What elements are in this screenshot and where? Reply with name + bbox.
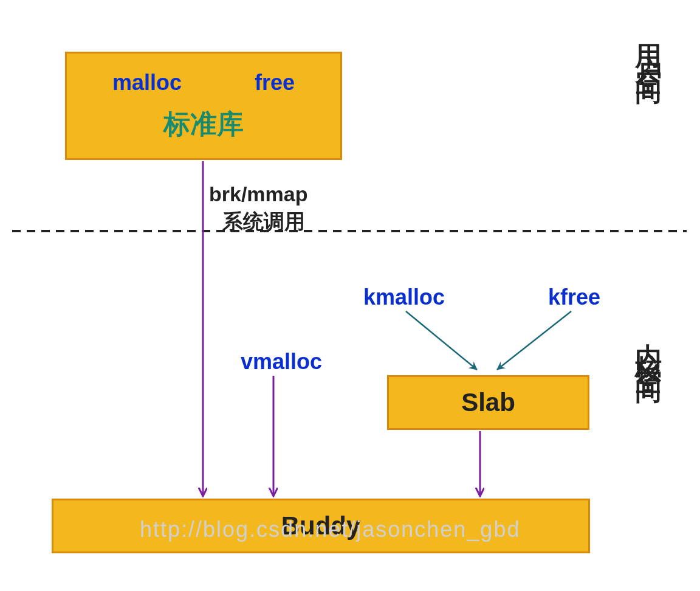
arrow-kmalloc-to-slab [406, 311, 477, 370]
kernel-space-label: 内核空间 [631, 322, 667, 366]
stdlib-title: 标准库 [163, 106, 244, 142]
arrow-kfree-to-slab [497, 311, 571, 370]
stdlib-box: malloc free 标准库 [65, 52, 342, 160]
brk-mmap-label: brk/mmap [209, 182, 308, 206]
syscall-label: 系统调用 [222, 208, 305, 236]
slab-title: Slab [461, 388, 515, 417]
user-space-label: 用户空间 [631, 23, 667, 67]
malloc-label: malloc [112, 70, 182, 95]
kmalloc-label: kmalloc [363, 285, 445, 310]
vmalloc-label: vmalloc [241, 349, 322, 375]
kfree-label: kfree [548, 285, 600, 310]
watermark: http://blog.csdn.net/jasonchen_gbd [140, 517, 520, 542]
free-label: free [255, 70, 295, 95]
slab-box: Slab [387, 375, 589, 430]
